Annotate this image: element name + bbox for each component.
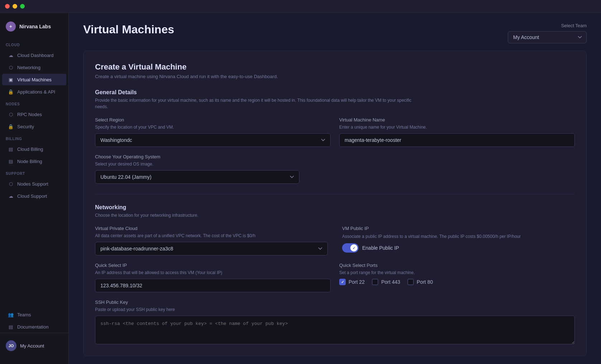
app-wrapper: ✦ Nirvana Labs CLOUD ☁ Cloud Dashboard ⬡… (0, 13, 601, 364)
sidebar-item-node-billing[interactable]: ▤ Node Billing (2, 155, 66, 167)
sidebar-item-nodes-support[interactable]: ⬡ Nodes Support (2, 178, 66, 190)
ports-checkbox-group: Port 22 Port 443 Port 80 (339, 279, 575, 285)
vm-name-input[interactable] (339, 133, 575, 147)
region-hint: Specify the location of your VPC and VM. (95, 125, 331, 130)
os-select[interactable]: Ubuntu 22.04 (Jammy) Ubuntu 20.04 (Focal… (95, 170, 299, 184)
form-title: Create a Virtual Machine (95, 62, 575, 72)
ssh-key-textarea[interactable] (95, 316, 575, 344)
ip-ports-row: Quick Select IP An IP address that will … (95, 263, 575, 292)
page-header: Virtual Machines Select Team My Account (69, 13, 601, 51)
os-row: Choose Your Operating System Select your… (95, 154, 299, 184)
sidebar-item-teams[interactable]: 👥 Teams (2, 309, 66, 320)
region-label: Select Region (95, 117, 331, 123)
cloud-support-icon: ☁ (8, 193, 14, 199)
region-name-row: Select Region Specify the location of yo… (95, 117, 575, 147)
quick-select-ip-hint: An IP address that will be allowed to ac… (95, 270, 331, 275)
quick-select-ip-label: Quick Select IP (95, 263, 331, 268)
section-label-support: SUPPORT (0, 167, 68, 178)
port-80-checkbox[interactable] (407, 279, 414, 285)
sidebar-item-rpc-nodes[interactable]: ⬡ RPC Nodes (2, 109, 66, 120)
section-label-cloud: CLOUD (0, 39, 68, 49)
teams-icon: 👥 (8, 312, 14, 317)
networking-title: Networking (95, 204, 575, 211)
maximize-button[interactable] (20, 4, 25, 9)
minimize-button[interactable] (13, 4, 17, 9)
user-name: My Account (20, 343, 44, 349)
team-select[interactable]: My Account (508, 31, 587, 43)
user-profile[interactable]: JO My Account (2, 337, 66, 354)
sidebar-bottom: JO My Account (0, 333, 68, 358)
os-select-wrapper: Ubuntu 22.04 (Jammy) Ubuntu 20.04 (Focal… (95, 170, 299, 184)
general-details-desc: Provide the basic information for your v… (95, 97, 418, 110)
enable-public-ip-toggle[interactable] (342, 243, 359, 253)
os-group: Choose Your Operating System Select your… (95, 154, 299, 184)
public-ip-hint: Associate a public IP address to a virtu… (342, 233, 575, 240)
vpc-select-wrapper: pink-database-roadrunner-za3c8 (95, 242, 328, 255)
window-chrome (0, 0, 601, 13)
page-title: Virtual Machines (83, 23, 174, 36)
toggle-label: Enable Public IP (362, 245, 399, 251)
os-hint: Select your desired OS image. (95, 162, 299, 167)
form-container: Create a Virtual Machine Create a virtua… (83, 51, 587, 356)
vm-icon: ▣ (8, 77, 14, 82)
avatar: JO (6, 340, 16, 351)
select-team-label: Select Team (561, 23, 587, 28)
enable-public-ip-toggle-wrapper: Enable Public IP (342, 243, 575, 253)
vm-name-group: Virtual Machine Name Enter a unique name… (339, 117, 575, 147)
port-443-label: Port 443 (381, 279, 400, 285)
vm-name-hint: Enter a unique name for your Virtual Mac… (339, 125, 575, 130)
logo-icon: ✦ (6, 21, 16, 32)
security-icon: 🔒 (8, 124, 14, 129)
vpc-hint: All data center assets are part of a uni… (95, 233, 328, 238)
toggle-knob (350, 244, 358, 252)
port-22-item[interactable]: Port 22 (339, 279, 365, 285)
port-22-checkbox[interactable] (339, 279, 346, 285)
region-select-wrapper: Washingtondc New York Los Angeles London… (95, 133, 331, 147)
close-button[interactable] (5, 4, 10, 9)
select-team-wrapper: Select Team My Account (508, 23, 587, 43)
sidebar-spacer (0, 202, 68, 308)
sidebar-item-cloud-support[interactable]: ☁ Cloud Support (2, 190, 66, 202)
ssh-key-group: SSH Public Key Paste or upload your SSH … (95, 300, 575, 344)
port-443-checkbox[interactable] (372, 279, 378, 285)
quick-select-ports-label: Quick Select Ports (339, 263, 575, 268)
rpc-icon: ⬡ (8, 111, 14, 117)
networking-desc: Choose the location for your networking … (95, 212, 418, 219)
port-80-item[interactable]: Port 80 (407, 279, 433, 285)
quick-select-ports-hint: Set a port range for the virtual machine… (339, 270, 575, 275)
main-content: Virtual Machines Select Team My Account … (69, 13, 601, 364)
sidebar-item-cloud-dashboard[interactable]: ☁ Cloud Dashboard (2, 49, 66, 61)
node-billing-icon: ▤ (8, 158, 14, 164)
ssh-key-hint: Paste or upload your SSH public key here (95, 307, 575, 312)
quick-select-ip-group: Quick Select IP An IP address that will … (95, 263, 331, 292)
sidebar-item-virtual-machines[interactable]: ▣ Virtual Machines (2, 74, 66, 85)
public-ip-label: VM Public IP (342, 226, 575, 231)
quick-select-ip-input[interactable] (95, 279, 331, 292)
port-80-label: Port 80 (417, 279, 433, 285)
quick-select-ports-group: Quick Select Ports Set a port range for … (339, 263, 575, 292)
sidebar-item-applications-api[interactable]: 🔒 Applications & API (2, 86, 66, 97)
vpc-publicip-section: Virtual Private Cloud All data center as… (95, 226, 575, 255)
ssh-key-label: SSH Public Key (95, 300, 575, 305)
sidebar-item-networking[interactable]: ⬡ Networking (2, 62, 66, 73)
vpc-select[interactable]: pink-database-roadrunner-za3c8 (95, 242, 328, 255)
os-label: Choose Your Operating System (95, 154, 299, 159)
sidebar-logo: ✦ Nirvana Labs (0, 19, 68, 39)
region-select[interactable]: Washingtondc New York Los Angeles London… (95, 133, 331, 147)
sidebar-item-documentation[interactable]: ▤ Documentation (2, 321, 66, 332)
sidebar-item-cloud-billing[interactable]: ▤ Cloud Billing (2, 143, 66, 155)
port-443-item[interactable]: Port 443 (372, 279, 400, 285)
port-22-label: Port 22 (349, 279, 365, 285)
section-label-nodes: NODES (0, 98, 68, 108)
sidebar: ✦ Nirvana Labs CLOUD ☁ Cloud Dashboard ⬡… (0, 13, 69, 364)
cloud-billing-icon: ▤ (8, 146, 14, 152)
vpc-group: Virtual Private Cloud All data center as… (95, 226, 328, 255)
docs-icon: ▤ (8, 324, 14, 330)
public-ip-group: VM Public IP Associate a public IP addre… (342, 226, 575, 255)
cloud-icon: ☁ (8, 52, 14, 58)
section-divider (95, 194, 575, 194)
nodes-support-icon: ⬡ (8, 181, 14, 187)
sidebar-item-security[interactable]: 🔒 Security (2, 121, 66, 132)
api-icon: 🔒 (8, 89, 14, 95)
vpc-label: Virtual Private Cloud (95, 226, 328, 231)
